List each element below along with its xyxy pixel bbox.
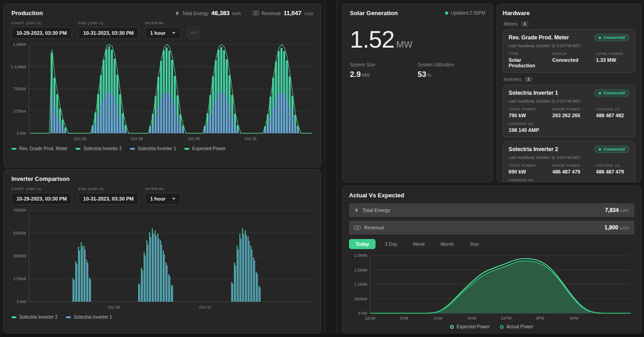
total-energy-unit: kWh	[620, 208, 629, 213]
start-date-input[interactable]: 10-29-2023, 03:30 PM	[11, 193, 72, 205]
system-size-metric: System Size 2.9MW	[350, 62, 418, 79]
legend-item: Actual Power	[500, 324, 533, 329]
legend-marker	[66, 316, 71, 318]
svg-text:700kW: 700kW	[13, 208, 27, 212]
svg-text:9AM: 9AM	[468, 316, 477, 321]
meter-name: Rev. Grade Prod. Meter	[509, 34, 569, 41]
production-total-energy-stat: Total Energy 46,383 kWh	[175, 10, 241, 16]
system-size-value: 2.9	[350, 70, 361, 79]
connected-badge: Connected	[594, 89, 629, 97]
svg-text:0 kW: 0 kW	[16, 299, 26, 304]
inverter-card-2[interactable]: Solectria Inverter 2 Connected Last Hear…	[503, 141, 635, 182]
legend-ring-marker	[450, 325, 454, 329]
revenue-value: 11,047	[284, 10, 301, 16]
legend-item: Rev. Grade Prod. Meter	[11, 146, 67, 151]
actual-vs-expected-legend: Expected Power Actual Power	[349, 324, 634, 329]
total-energy-label: Total Energy	[362, 207, 390, 213]
total-energy-value: 7,834	[605, 207, 619, 213]
last-heartbeat: Last Heartbeat: October 31 3:33 PM MST	[509, 43, 629, 48]
svg-text:500kW: 500kW	[354, 297, 368, 301]
hardware-title: Hardware	[503, 10, 635, 16]
actual-vs-expected-panel: Actual Vs Expected Total Energy 7,834 kW…	[342, 186, 641, 334]
chevron-down-icon	[172, 198, 176, 200]
interval-select[interactable]: 1 hour	[145, 27, 181, 39]
tab-3-day[interactable]: 3 Day	[378, 239, 403, 249]
revenue-label: Revenue	[262, 11, 281, 16]
tab-year[interactable]: Year	[463, 239, 485, 249]
tab-month[interactable]: Month	[434, 239, 460, 249]
start-date-input[interactable]: 10-29-2023, 03:30 PM	[11, 27, 72, 39]
revenue-row: Revenue 1,800 USD	[349, 221, 634, 234]
status-dot-icon	[599, 37, 601, 39]
end-date-input[interactable]: 10-31-2023, 03:30 PM	[78, 193, 139, 205]
connected-badge: Connected	[594, 146, 629, 153]
legend-item: Expected Power	[450, 324, 490, 329]
connected-label: Connected	[603, 147, 625, 152]
legend-item: Solectria Inverter 2	[75, 146, 122, 151]
actual-vs-expected-title: Actual Vs Expected	[349, 192, 634, 199]
legend-label: Solectria Inverter 1	[138, 146, 176, 151]
inverter-name: Solectria Inverter 2	[509, 146, 558, 152]
legend-label: Solectria Inverter 2	[19, 315, 58, 320]
meters-count-badge: 1	[521, 21, 529, 27]
inverter-card-1[interactable]: Solectria Inverter 1 Connected Last Hear…	[503, 85, 635, 137]
legend-ring-marker	[500, 325, 504, 329]
go-button[interactable]: GO	[187, 27, 200, 39]
tab-today[interactable]: Today	[349, 239, 376, 249]
svg-text:0 kW: 0 kW	[358, 311, 367, 315]
meter-card[interactable]: Rev. Grade Prod. Meter Connected Last He…	[503, 29, 635, 73]
svg-text:750kW: 750kW	[13, 87, 27, 91]
energy-bolt-icon	[354, 207, 359, 213]
legend-label: Actual Power	[506, 324, 533, 329]
production-chart: 1.5MW1.12MW750kW375kW0 kWOct 29Oct 30Oct…	[8, 41, 317, 142]
inverters-label: Inverters	[504, 77, 521, 82]
legend-marker	[184, 148, 189, 150]
legend-item: Solectria Inverter 2	[11, 315, 58, 320]
legend-marker	[75, 148, 80, 150]
connected-label: Connected	[603, 91, 625, 95]
system-utilization-label: System Utilization	[418, 62, 485, 67]
svg-text:3PM: 3PM	[536, 316, 544, 321]
phase-power-field: PHASE POWER486 487 479	[553, 163, 593, 174]
energy-bolt-icon	[175, 11, 179, 16]
svg-text:Oct 30: Oct 30	[188, 136, 200, 141]
revenue-unit: USD	[304, 11, 313, 16]
voltage-field: VOLTAGE (V)488 487 482	[596, 107, 629, 118]
legend-item: Solectria Inverter 1	[130, 146, 176, 151]
inverter-comparison-chart: 700kW525kW350kW175kW0 kWOct 30Oct 31	[8, 207, 317, 311]
system-size-unit: MW	[362, 73, 370, 78]
interval-value: 1 hour	[150, 30, 166, 36]
updated-text: Updated 2:30PM	[451, 11, 485, 16]
total-energy-label: Total Energy	[182, 11, 209, 16]
interval-select[interactable]: 1 hour	[145, 193, 181, 205]
panel-splitter[interactable]	[325, 0, 337, 337]
production-panel: Production Total Energy 46,383 kWh Reven…	[4, 4, 321, 168]
inverter-name: Solectria Inverter 1	[509, 90, 558, 96]
last-heartbeat: Last Heartbeat: October 31 3:33 PM MST	[509, 155, 629, 160]
start-date-field: START (GMT-4) 10-29-2023, 03:30 PM	[11, 21, 72, 39]
svg-text:1.5MW: 1.5MW	[13, 42, 26, 47]
inverters-count-badge: 2	[525, 76, 532, 82]
legend-label: Rev. Grade Prod. Meter	[19, 146, 67, 151]
svg-text:Oct 31: Oct 31	[245, 136, 257, 141]
legend-item: Solectria Inverter 1	[66, 315, 112, 320]
svg-text:Oct 31: Oct 31	[199, 305, 211, 310]
end-date-input[interactable]: 10-31-2023, 03:30 PM	[78, 27, 139, 39]
svg-text:12PM: 12PM	[501, 316, 512, 321]
legend-label: Expected Power	[192, 146, 225, 151]
legend-label: Solectria Inverter 2	[83, 146, 122, 151]
actual-vs-expected-chart: 2.0MW1.5MW1.0MW500kW0 kW12AM3AM6AM9AM12P…	[349, 252, 635, 321]
end-date-label: END (GMT-4)	[78, 187, 139, 191]
meters-section-header: Meters 1	[504, 21, 634, 27]
svg-text:2.0MW: 2.0MW	[354, 253, 367, 258]
system-size-label: System Size	[350, 62, 418, 67]
svg-text:Oct 30: Oct 30	[131, 136, 143, 141]
status-field: STATUSConnected	[553, 52, 593, 68]
interval-field: INTERVAL 1 hour	[145, 187, 181, 205]
voltage-field: VOLTAGE (V)486 487 479	[596, 163, 629, 174]
total-power-field: TOTAL POWER790 kW	[509, 107, 549, 118]
tab-week[interactable]: Week	[407, 239, 432, 249]
total-power-field: TOTAL POWER690 kW	[509, 163, 549, 174]
svg-text:1.12MW: 1.12MW	[11, 65, 26, 69]
production-revenue-stat: Revenue 11,047 USD	[253, 10, 313, 16]
